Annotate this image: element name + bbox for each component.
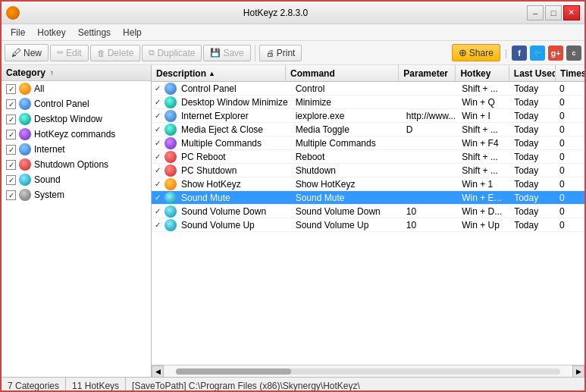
col-header-description[interactable]: Description ▲ (152, 65, 286, 81)
col-header-last-used[interactable]: Last Used (509, 65, 556, 81)
category-label-hotkeyz-commands: HotKeyz commands (34, 129, 115, 140)
category-item-shutdown-options[interactable]: ✓ Shutdown Options (2, 157, 151, 172)
table-row[interactable]: ✓ PC Shutdown Shutdown Shift + ... Today… (152, 164, 584, 177)
category-item-all[interactable]: ✓ All (2, 81, 151, 96)
col-header-parameter[interactable]: Parameter (399, 65, 456, 81)
menu-hotkey[interactable]: Hotkey (31, 26, 71, 39)
row-checkbox[interactable]: ✓ (152, 139, 163, 147)
cell-last-used: Today (511, 138, 556, 149)
minimize-button[interactable]: – (527, 5, 544, 20)
table-row[interactable]: ✓ Desktop Window Minimize Minimize Win +… (152, 96, 584, 109)
category-checkbox-control-panel[interactable]: ✓ (6, 99, 16, 109)
row-checkbox[interactable]: ✓ (152, 111, 163, 120)
edit-label: Edit (66, 48, 82, 58)
table-row[interactable]: ✓ Show HotKeyz Show HotKeyz Win + 1 Toda… (152, 177, 584, 191)
category-checkbox-sound[interactable]: ✓ (6, 175, 16, 185)
category-item-control-panel[interactable]: ✓ Control Panel (2, 96, 151, 111)
cell-times: 0 (556, 193, 584, 203)
category-checkbox-system[interactable]: ✓ (6, 190, 16, 200)
cell-command: Sound Mute (293, 193, 403, 203)
category-checkbox-all[interactable]: ✓ (6, 84, 16, 94)
cell-command: Minimize (293, 97, 403, 108)
table-header: Description ▲ Command Parameter Hotkey L… (152, 65, 584, 82)
category-item-desktop-window[interactable]: ✓ Desktop Window (2, 111, 151, 127)
row-checkbox[interactable]: ✓ (152, 207, 163, 215)
category-label-sound: Sound (34, 174, 61, 185)
table-row[interactable]: ✓ Sound Volume Down Sound Volume Down 10… (152, 205, 584, 218)
row-checkbox[interactable]: ✓ (152, 180, 163, 188)
row-orb-icon (165, 83, 177, 95)
category-sort-arrow: ↑ (50, 69, 54, 77)
cell-last-used: Today (511, 111, 556, 121)
status-categories: 7 Categories (2, 378, 66, 392)
row-orb-icon (165, 110, 177, 122)
cell-last-used: Today (511, 220, 556, 230)
category-checkbox-internet[interactable]: ✓ (6, 145, 16, 155)
toolbar-separator (255, 45, 255, 61)
table-row[interactable]: ✓ Sound Volume Up Sound Volume Up 10 Win… (152, 218, 584, 232)
row-checkbox[interactable]: ✓ (152, 152, 163, 161)
share-button[interactable]: ⊕ Share (452, 44, 500, 61)
window-controls: – □ ✕ (527, 5, 580, 20)
googleplus-button[interactable]: g+ (548, 45, 563, 61)
scroll-right-arrow[interactable]: ▶ (572, 365, 584, 378)
category-item-system[interactable]: ✓ System (2, 187, 151, 202)
row-checkbox[interactable]: ✓ (152, 193, 163, 202)
row-orb-icon (165, 137, 177, 149)
website-button[interactable]: c (566, 45, 581, 61)
duplicate-button[interactable]: ⧉ Duplicate (142, 45, 202, 61)
facebook-button[interactable]: f (512, 45, 527, 61)
delete-button[interactable]: 🗑 Delete (90, 45, 141, 61)
category-label-control-panel: Control Panel (34, 99, 89, 109)
col-times-label: Times (560, 68, 584, 79)
close-button[interactable]: ✕ (563, 5, 580, 20)
cell-description: PC Reboot (178, 152, 293, 162)
toolbar: 🖊 New ✏ Edit 🗑 Delete ⧉ Duplicate 💾 Save… (2, 41, 584, 65)
category-item-hotkeyz-commands[interactable]: ✓ HotKeyz commands (2, 127, 151, 142)
scroll-track-x[interactable] (176, 368, 560, 375)
table-row[interactable]: ✓ Sound Mute Sound Mute Win + E... Today… (152, 191, 584, 205)
table-row[interactable]: ✓ Media Eject & Close Media Toggle D Shi… (152, 123, 584, 136)
table-row[interactable]: ✓ PC Reboot Reboot Shift + ... Today 0 (152, 150, 584, 164)
category-item-sound[interactable]: ✓ Sound (2, 172, 151, 187)
category-item-internet[interactable]: ✓ Internet (2, 142, 151, 157)
category-orb-desktop-window (19, 113, 31, 125)
row-checkbox[interactable]: ✓ (152, 125, 163, 133)
cell-command: Show HotKeyz (293, 179, 403, 190)
col-header-command[interactable]: Command (286, 65, 399, 81)
col-header-times[interactable]: Times (556, 65, 584, 81)
table-row[interactable]: ✓ Internet Explorer iexplore.exe http://… (152, 109, 584, 123)
menu-file[interactable]: File (5, 26, 31, 39)
row-checkbox[interactable]: ✓ (152, 166, 163, 174)
col-command-label: Command (290, 68, 335, 79)
twitter-button[interactable]: 🐦 (530, 45, 545, 61)
edit-button[interactable]: ✏ Edit (50, 45, 89, 61)
cell-description: Sound Volume Down (178, 206, 293, 217)
cell-times: 0 (556, 138, 584, 149)
save-button[interactable]: 💾 Save (203, 45, 250, 61)
col-header-hotkey[interactable]: Hotkey (456, 65, 509, 81)
row-orb-icon (165, 96, 177, 108)
row-checkbox[interactable]: ✓ (152, 98, 163, 106)
print-button[interactable]: 🖨 Print (259, 45, 302, 61)
main-content: Category ↑ ✓ All ✓ Control Panel ✓ Deskt… (2, 65, 584, 377)
table-row[interactable]: ✓ Multiple Commands Multiple Commands Wi… (152, 136, 584, 150)
data-panel: Description ▲ Command Parameter Hotkey L… (152, 65, 584, 377)
menu-help[interactable]: Help (117, 26, 148, 39)
scroll-left-arrow[interactable]: ◀ (152, 365, 164, 378)
row-checkbox[interactable]: ✓ (152, 84, 163, 93)
category-checkbox-desktop-window[interactable]: ✓ (6, 114, 16, 124)
table-scrollbar-x[interactable]: ◀ ▶ (152, 365, 584, 377)
new-icon: 🖊 (11, 47, 21, 58)
cell-last-used: Today (511, 165, 556, 176)
category-checkbox-hotkeyz-commands[interactable]: ✓ (6, 130, 16, 140)
scroll-thumb-x[interactable] (176, 368, 291, 375)
cell-description: Show HotKeyz (178, 179, 293, 190)
new-button[interactable]: 🖊 New (5, 44, 49, 61)
row-checkbox[interactable]: ✓ (152, 221, 163, 229)
table-row[interactable]: ✓ Control Panel Control Shift + ... Toda… (152, 82, 584, 96)
category-checkbox-shutdown-options[interactable]: ✓ (6, 160, 16, 170)
menu-settings[interactable]: Settings (72, 26, 117, 39)
maximize-button[interactable]: □ (545, 5, 562, 20)
cell-hotkey: Shift + ... (459, 165, 511, 176)
